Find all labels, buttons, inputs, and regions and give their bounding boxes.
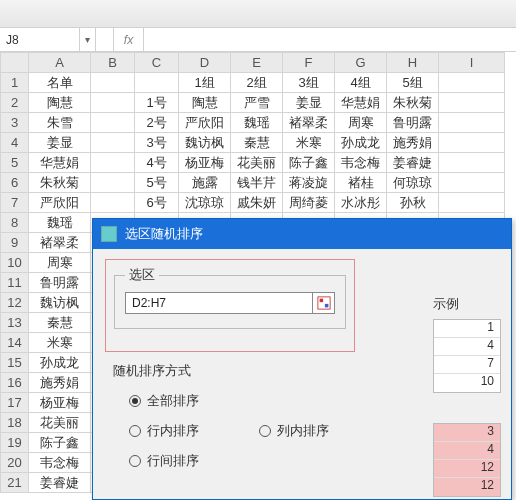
cell[interactable]: 秦慧 [231, 133, 283, 153]
cell[interactable]: 魏访枫 [179, 133, 231, 153]
formula-bar-cancel[interactable] [96, 28, 114, 51]
cell[interactable]: 1号 [135, 93, 179, 113]
cell[interactable]: 鲁明露 [29, 273, 91, 293]
row-header[interactable]: 17 [1, 393, 29, 413]
column-header[interactable]: F [283, 53, 335, 73]
cell[interactable]: 杨亚梅 [179, 153, 231, 173]
cell[interactable]: 施露 [179, 173, 231, 193]
cell[interactable]: 4号 [135, 153, 179, 173]
cell[interactable] [439, 93, 505, 113]
row-header[interactable]: 8 [1, 213, 29, 233]
cell[interactable]: 朱秋菊 [387, 93, 439, 113]
row-header[interactable]: 5 [1, 153, 29, 173]
cell[interactable] [91, 193, 135, 213]
column-header[interactable]: G [335, 53, 387, 73]
cell[interactable]: 华慧娟 [29, 153, 91, 173]
cell[interactable]: 严雪 [231, 93, 283, 113]
cell[interactable]: 魏访枫 [29, 293, 91, 313]
cell[interactable]: 鲁明露 [387, 113, 439, 133]
cell[interactable]: 陈子鑫 [29, 433, 91, 453]
cell[interactable]: 孙成龙 [335, 133, 387, 153]
cell[interactable]: 韦念梅 [29, 453, 91, 473]
cell[interactable]: 钱半芹 [231, 173, 283, 193]
cell[interactable]: 6号 [135, 193, 179, 213]
radio-col-in[interactable]: 列内排序 [259, 422, 329, 440]
column-header[interactable]: A [29, 53, 91, 73]
cell[interactable] [439, 173, 505, 193]
cell[interactable]: 姜睿婕 [387, 153, 439, 173]
row-header[interactable]: 16 [1, 373, 29, 393]
cell[interactable]: 姜显 [29, 133, 91, 153]
cell[interactable]: 施秀娟 [29, 373, 91, 393]
cell[interactable]: 2组 [231, 73, 283, 93]
radio-row-in[interactable]: 行内排序 [129, 422, 199, 440]
cell[interactable]: 魏瑶 [231, 113, 283, 133]
cell[interactable]: 3号 [135, 133, 179, 153]
cell[interactable]: 水冰彤 [335, 193, 387, 213]
range-input-wrap[interactable]: D2:H7 [125, 292, 335, 314]
cell[interactable]: 5号 [135, 173, 179, 193]
cell[interactable]: 周寒 [29, 253, 91, 273]
cell[interactable] [439, 193, 505, 213]
cell[interactable]: 姜睿婕 [29, 473, 91, 493]
cell[interactable] [91, 73, 135, 93]
row-header[interactable]: 7 [1, 193, 29, 213]
range-input[interactable]: D2:H7 [126, 296, 312, 310]
cell[interactable] [91, 113, 135, 133]
cell[interactable] [91, 173, 135, 193]
row-header[interactable]: 9 [1, 233, 29, 253]
cell[interactable]: 沈琼琼 [179, 193, 231, 213]
cell[interactable] [439, 133, 505, 153]
radio-row-between[interactable]: 行间排序 [129, 452, 199, 470]
row-header[interactable]: 19 [1, 433, 29, 453]
cell[interactable]: 孙秋 [387, 193, 439, 213]
cell[interactable]: 秦慧 [29, 313, 91, 333]
column-header[interactable]: C [135, 53, 179, 73]
cell[interactable]: 褚桂 [335, 173, 387, 193]
row-header[interactable]: 14 [1, 333, 29, 353]
row-header[interactable]: 18 [1, 413, 29, 433]
cell[interactable]: 朱雪 [29, 113, 91, 133]
select-all-corner[interactable] [1, 53, 29, 73]
cell[interactable]: 施秀娟 [387, 133, 439, 153]
cell[interactable]: 严欣阳 [179, 113, 231, 133]
cell[interactable] [91, 93, 135, 113]
cell[interactable]: 褚翠柔 [29, 233, 91, 253]
cell[interactable]: 华慧娟 [335, 93, 387, 113]
cell[interactable]: 名单 [29, 73, 91, 93]
cell[interactable]: 朱秋菊 [29, 173, 91, 193]
name-box-dropdown-icon[interactable]: ▾ [80, 28, 96, 51]
cell[interactable]: 陶慧 [29, 93, 91, 113]
formula-input[interactable] [144, 28, 516, 51]
row-header[interactable]: 11 [1, 273, 29, 293]
cell[interactable]: 1组 [179, 73, 231, 93]
cell[interactable]: 孙成龙 [29, 353, 91, 373]
cell[interactable] [439, 113, 505, 133]
cell[interactable]: 米寒 [283, 133, 335, 153]
dialog-titlebar[interactable]: 选区随机排序 [93, 219, 511, 249]
column-header[interactable]: I [439, 53, 505, 73]
row-header[interactable]: 10 [1, 253, 29, 273]
cell[interactable]: 蒋凌旋 [283, 173, 335, 193]
column-header[interactable]: B [91, 53, 135, 73]
row-header[interactable]: 2 [1, 93, 29, 113]
cell[interactable]: 5组 [387, 73, 439, 93]
row-header[interactable]: 13 [1, 313, 29, 333]
cell[interactable] [439, 153, 505, 173]
column-header[interactable]: D [179, 53, 231, 73]
cell[interactable] [135, 73, 179, 93]
column-header[interactable]: H [387, 53, 439, 73]
cell[interactable]: 姜显 [283, 93, 335, 113]
fx-icon[interactable]: fx [114, 28, 144, 51]
cell[interactable]: 3组 [283, 73, 335, 93]
cell[interactable]: 杨亚梅 [29, 393, 91, 413]
column-header[interactable]: E [231, 53, 283, 73]
row-header[interactable]: 20 [1, 453, 29, 473]
row-header[interactable]: 21 [1, 473, 29, 493]
name-box[interactable]: J8 [0, 28, 80, 51]
row-header[interactable]: 6 [1, 173, 29, 193]
row-header[interactable]: 4 [1, 133, 29, 153]
row-header[interactable]: 12 [1, 293, 29, 313]
cell[interactable] [91, 133, 135, 153]
cell[interactable]: 严欣阳 [29, 193, 91, 213]
